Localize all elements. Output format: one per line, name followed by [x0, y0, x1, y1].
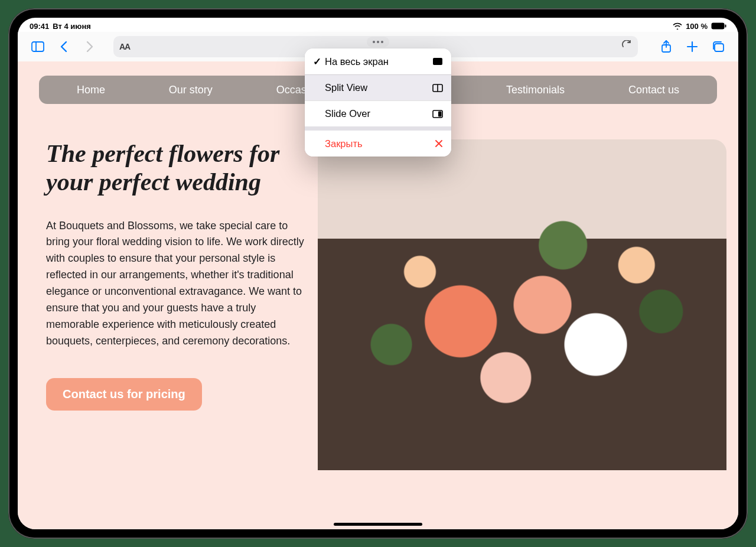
svg-rect-0 — [712, 23, 725, 30]
ipad-screen: 09:41 Вт 4 июня 100 % — [18, 18, 738, 529]
status-date: Вт 4 июня — [53, 22, 91, 31]
check-icon: ✓ — [313, 56, 325, 67]
multitask-slideover[interactable]: Slide Over — [305, 100, 451, 126]
menu-item-label: Slide Over — [325, 108, 430, 119]
slideover-icon — [430, 110, 443, 118]
home-indicator[interactable] — [334, 523, 422, 526]
new-tab-button[interactable] — [680, 35, 704, 58]
menu-item-label: На весь экран — [325, 56, 430, 67]
menu-item-label: Закрыть — [325, 138, 430, 149]
fullscreen-icon — [430, 57, 443, 66]
reload-button[interactable] — [622, 40, 632, 53]
svg-rect-1 — [725, 25, 726, 28]
menu-item-label: Split View — [325, 82, 430, 93]
status-bar: 09:41 Вт 4 июня 100 % — [18, 18, 738, 32]
battery-icon — [711, 22, 726, 30]
close-icon — [430, 139, 443, 148]
hero-image — [318, 139, 726, 470]
svg-rect-9 — [433, 58, 442, 65]
status-battery-pct: 100 % — [686, 22, 708, 31]
svg-rect-2 — [32, 42, 44, 51]
nav-home[interactable]: Home — [77, 84, 105, 96]
svg-rect-13 — [438, 111, 442, 116]
hero-body: At Bouquets and Blossoms, we take specia… — [46, 218, 306, 350]
status-time: 09:41 — [30, 22, 49, 31]
splitview-icon — [430, 84, 443, 92]
hero-headline: The perfect flowers for your perfect wed… — [46, 139, 306, 197]
multitask-close[interactable]: Закрыть — [305, 131, 451, 157]
multitask-splitview[interactable]: Split View — [305, 74, 451, 100]
menu-divider — [305, 126, 451, 131]
multitask-fullscreen[interactable]: ✓ На весь экран — [305, 48, 451, 74]
multitask-menu: ✓ На весь экран Split View Slide Over — [305, 48, 451, 157]
nav-testimonials[interactable]: Testimonials — [506, 84, 565, 96]
share-button[interactable] — [654, 35, 678, 58]
cta-button[interactable]: Contact us for pricing — [46, 378, 202, 411]
forward-button — [78, 35, 102, 58]
text-size-button[interactable]: AA — [119, 42, 130, 51]
nav-contact[interactable]: Contact us — [628, 84, 679, 96]
ipad-frame: 09:41 Вт 4 июня 100 % — [8, 8, 748, 539]
wifi-icon — [673, 22, 682, 30]
hero-section: The perfect flowers for your perfect wed… — [18, 104, 738, 470]
tabs-button[interactable] — [706, 35, 730, 58]
sidebar-button[interactable] — [26, 35, 50, 58]
svg-rect-8 — [715, 44, 724, 51]
back-button[interactable] — [52, 35, 76, 58]
multitask-pill[interactable] — [367, 37, 389, 47]
nav-our-story[interactable]: Our story — [169, 84, 213, 96]
